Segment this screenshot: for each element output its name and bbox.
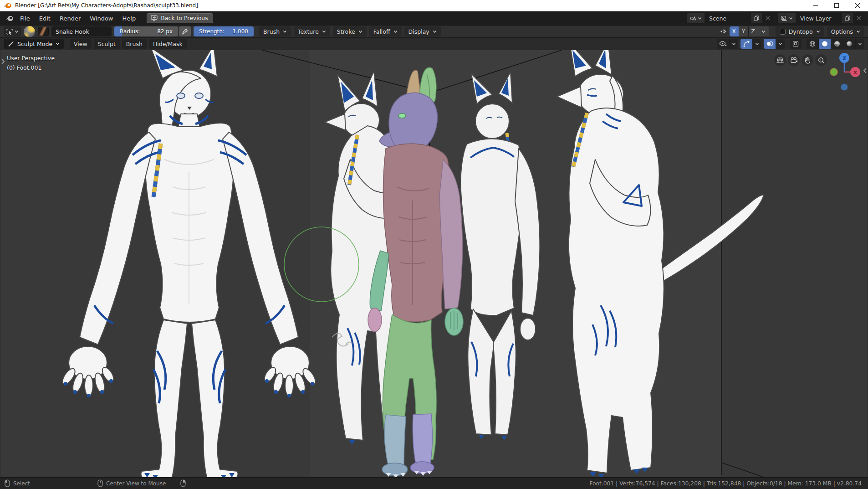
reference-wall-right[interactable]	[721, 50, 868, 477]
menu-file[interactable]: File	[15, 14, 35, 23]
shading-dropdown[interactable]	[856, 39, 864, 49]
panel-brush[interactable]: Brush	[259, 26, 291, 36]
camera-view-button[interactable]	[788, 54, 800, 66]
mirror-x-toggle[interactable]: X	[730, 26, 739, 36]
options-dropdown[interactable]: Options	[827, 26, 864, 36]
chevron-down-icon	[816, 30, 820, 33]
viewport-menu-brush[interactable]: Brush	[122, 39, 147, 49]
panel-texture[interactable]: Texture	[294, 26, 330, 36]
overlays-group	[764, 39, 785, 49]
dyntopo-checkbox[interactable]	[780, 29, 786, 35]
minimize-button[interactable]	[805, 0, 826, 11]
brush-name-field[interactable]: Snake Hook	[51, 26, 112, 36]
panel-texture-label: Texture	[298, 28, 319, 35]
viewport-3d[interactable]: User Perspective (0) Foot.001	[0, 50, 868, 477]
view-layer-name[interactable]: View Layer	[796, 15, 842, 22]
scene-icon	[689, 15, 696, 21]
gizmo-y-axis[interactable]	[830, 68, 838, 76]
maximize-button[interactable]	[826, 0, 847, 11]
strength-value: 1.000	[233, 28, 254, 35]
blender-app-icon	[4, 2, 11, 9]
panel-display[interactable]: Display	[404, 26, 441, 36]
object-visibility-dropdown[interactable]	[730, 39, 738, 49]
menu-help[interactable]: Help	[118, 14, 141, 23]
radius-value: 82 px	[157, 28, 178, 35]
unlink-scene-button[interactable]	[762, 13, 773, 23]
show-overlays-toggle[interactable]	[764, 39, 776, 49]
viewport-info-overlay: User Perspective (0) Foot.001	[7, 53, 55, 72]
radius-slider[interactable]: Radius: 82 px	[114, 26, 178, 36]
scene-selector[interactable]: Scene	[687, 13, 773, 23]
panel-falloff-label: Falloff	[373, 28, 390, 35]
reference-figure-front-left[interactable]	[60, 50, 318, 477]
new-scene-button[interactable]	[751, 13, 762, 23]
menu-window[interactable]: Window	[85, 14, 117, 23]
gizmo-minus-z-axis[interactable]	[841, 84, 848, 91]
view-layer-selector[interactable]: View Layer	[778, 13, 864, 23]
navigation-gizmo[interactable]: Z X	[825, 50, 867, 96]
scene-browse-button[interactable]	[687, 13, 705, 23]
menu-render[interactable]: Render	[55, 14, 85, 23]
panel-display-label: Display	[408, 28, 429, 35]
panel-stroke[interactable]: Stroke	[333, 26, 367, 36]
radius-pressure-toggle[interactable]	[179, 26, 191, 36]
chevron-down-icon	[698, 17, 702, 20]
xray-toggle[interactable]	[790, 39, 802, 49]
overlays-dropdown[interactable]	[776, 39, 785, 49]
hint-select: Select	[5, 479, 30, 487]
viewport-menu-sculpt[interactable]: Sculpt	[94, 39, 120, 49]
active-object-label: (0) Foot.001	[7, 63, 55, 72]
close-button[interactable]	[847, 0, 868, 11]
brush-preview-sphere[interactable]	[24, 26, 35, 37]
shading-solid-button[interactable]	[819, 39, 831, 49]
viewport-menu-view[interactable]: View	[70, 39, 92, 49]
toolbar-region-toggle[interactable]	[1, 58, 5, 65]
strength-slider[interactable]: Strength: 1.000	[194, 26, 254, 36]
menu-edit[interactable]: Edit	[35, 14, 55, 23]
shading-material-button[interactable]	[831, 39, 843, 49]
object-type-visibility-icon[interactable]	[717, 39, 729, 49]
chevron-down-icon	[15, 30, 19, 33]
close-icon	[857, 16, 861, 21]
window-controls	[805, 0, 868, 11]
hand-icon	[804, 57, 811, 64]
mode-selector[interactable]: Sculpt Mode	[4, 39, 64, 49]
object-visibility-group	[717, 39, 738, 49]
scene-name[interactable]: Scene	[705, 15, 751, 22]
stylus-pressure-icon	[182, 28, 188, 35]
shading-rendered-button[interactable]	[843, 39, 855, 49]
active-tool-button[interactable]	[4, 26, 21, 36]
hint-right-mouse	[180, 479, 189, 487]
tool-settings-bar: Snake Hook Radius: 82 px Strength: 1.000…	[0, 26, 868, 38]
chevron-down-icon	[858, 42, 862, 46]
viewport-header: Sculpt Mode View Sculpt Brush Hide/Mask	[0, 38, 868, 50]
show-gizmos-toggle[interactable]	[740, 39, 752, 49]
chevron-down-icon	[322, 30, 326, 33]
new-view-layer-button[interactable]	[842, 13, 853, 23]
left-mouse-icon	[5, 479, 10, 487]
chevron-down-icon	[761, 30, 766, 33]
rendered-sphere-icon	[846, 41, 853, 47]
gizmo-x-label: X	[853, 70, 858, 76]
chevron-down-icon	[393, 30, 398, 33]
viewport-menu-hide-mask[interactable]: Hide/Mask	[149, 39, 187, 49]
pan-view-button[interactable]	[802, 54, 813, 66]
mirror-z-toggle[interactable]: Z	[749, 26, 758, 36]
mirror-y-toggle[interactable]: Y	[739, 26, 748, 36]
gizmos-dropdown[interactable]	[753, 39, 761, 49]
window-titlebar[interactable]: Blender [G:\Art Refs\My Characters-Adopt…	[0, 0, 868, 11]
blender-logo-icon[interactable]	[5, 15, 14, 22]
chevron-down-icon	[856, 30, 860, 33]
remove-view-layer-button[interactable]	[853, 13, 864, 23]
brush-texture-thumbnail[interactable]	[38, 27, 49, 36]
toggle-perspective-button[interactable]	[774, 54, 786, 66]
panel-stroke-label: Stroke	[337, 28, 355, 35]
view-layer-browse-button[interactable]	[778, 13, 796, 23]
shading-wireframe-button[interactable]	[807, 39, 818, 49]
sculpt-mode-icon	[8, 41, 14, 47]
panel-falloff[interactable]: Falloff	[369, 26, 402, 36]
back-to-previous-button[interactable]: Back to Previous	[147, 13, 213, 23]
mirror-options-dropdown[interactable]	[758, 26, 769, 36]
hint-center-view-label: Center View to Mouse	[106, 480, 166, 487]
dyntopo-group: Dyntopo	[776, 26, 824, 36]
